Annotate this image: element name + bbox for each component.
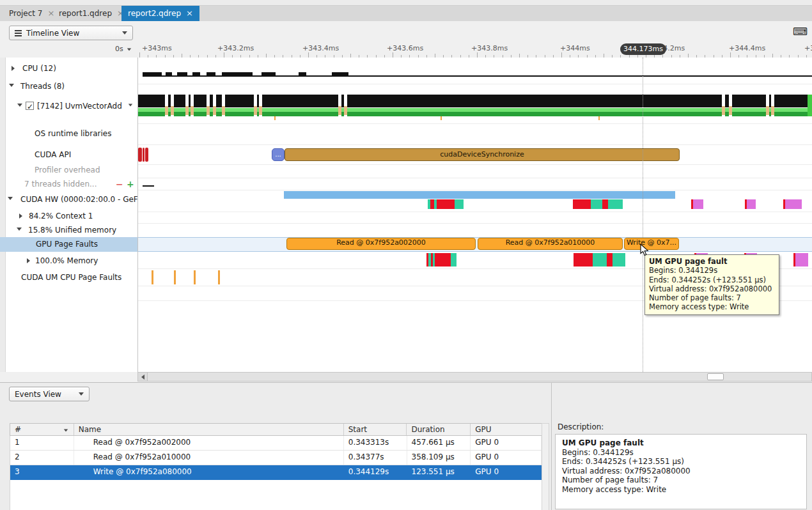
memory-transfer-segment[interactable] bbox=[613, 253, 625, 267]
show-fewer-button[interactable]: − bbox=[116, 177, 123, 191]
ruler-scale: +343ms+343.2ms+343.4ms+343.6ms+343.8ms+3… bbox=[137, 42, 812, 58]
sidebar-item-cuda-hw[interactable]: CUDA HW (0000:02:00.0 - GeF bbox=[0, 192, 137, 206]
memory-transfer-segment[interactable] bbox=[593, 253, 607, 267]
tab-report2-active[interactable]: report2.qdrep× bbox=[121, 6, 199, 21]
event-tooltip: UM GPU page fault Begins: 0.344129sEnds:… bbox=[644, 254, 779, 315]
table-cell: Read @ 0x7f952a002000 bbox=[74, 436, 344, 450]
sidebar-item-memory[interactable]: 100.0% Memory bbox=[0, 254, 137, 268]
expand-arrow-icon[interactable] bbox=[19, 213, 22, 219]
tooltip-line: Begins: 0.344129s bbox=[649, 266, 775, 275]
memory-transfer-segment[interactable] bbox=[451, 253, 457, 267]
sidebar-item-cpu[interactable]: CPU (12) bbox=[0, 61, 137, 75]
sidebar-item-label: [7142] UvmVectorAdd bbox=[37, 99, 122, 113]
thread-activity-bar[interactable] bbox=[138, 95, 812, 107]
cuda-hw-memory-segment[interactable] bbox=[591, 199, 602, 209]
sidebar-item-cuda-api[interactable]: CUDA API bbox=[0, 148, 137, 162]
sidebar-item-gpu-page-faults[interactable]: GPU Page Faults bbox=[0, 237, 137, 252]
cuda-hw-kernel-bar[interactable] bbox=[284, 191, 675, 199]
events-view-dropdown[interactable]: Events View bbox=[9, 387, 90, 401]
table-row[interactable]: 3Write @ 0x7f952a0800000.344129s123.551 … bbox=[10, 465, 542, 480]
timeline-horizontal-scrollbar[interactable] bbox=[137, 372, 812, 382]
column-label: Duration bbox=[411, 425, 444, 434]
sidebar-item-unified-memory[interactable]: 15.8% Unified memory bbox=[0, 223, 137, 237]
collapse-arrow-icon[interactable] bbox=[17, 104, 22, 107]
um-cpu-page-fault-tick[interactable] bbox=[194, 270, 196, 284]
sidebar-item-context1[interactable]: 84.2% Context 1 bbox=[0, 209, 137, 223]
tab-report1[interactable]: report1.qdrep× bbox=[52, 6, 130, 21]
close-icon[interactable]: × bbox=[186, 8, 193, 18]
gpu-page-fault-bar[interactable]: Read @ 0x7f952a002000 bbox=[286, 238, 476, 250]
column-header-duration[interactable]: Duration bbox=[407, 424, 471, 435]
cuda-hw-memory-segment[interactable] bbox=[785, 199, 802, 209]
cuda-hw-memory-segment[interactable] bbox=[437, 199, 455, 209]
table-row[interactable]: 2Read @ 0x7f952a0100000.34377s358.109 µs… bbox=[10, 451, 542, 465]
cuda-hw-memory-segment[interactable] bbox=[608, 199, 623, 209]
expand-arrow-icon[interactable] bbox=[27, 258, 30, 263]
time-ruler[interactable]: 0s +343ms+343.2ms+343.4ms+343.6ms+343.8m… bbox=[0, 42, 812, 58]
column-header-name[interactable]: Name bbox=[74, 424, 344, 435]
ruler-tick-label: +344.4ms bbox=[729, 44, 765, 52]
chevron-down-icon[interactable] bbox=[129, 104, 132, 107]
keyboard-shortcuts-icon[interactable]: ⌨ bbox=[793, 26, 808, 38]
sidebar-item-label: 15.8% Unified memory bbox=[28, 223, 116, 237]
memory-transfer-segment[interactable] bbox=[607, 253, 613, 267]
ruler-tick bbox=[224, 52, 224, 58]
memory-transfer-segment[interactable] bbox=[795, 253, 808, 267]
os-runtime-marker bbox=[213, 106, 216, 115]
cuda-device-synchronize-bar[interactable]: cudaDeviceSynchronize bbox=[285, 148, 680, 161]
column-header-gpu[interactable]: GPU bbox=[471, 424, 542, 435]
cuda-hw-memory-segment[interactable] bbox=[747, 199, 756, 209]
cuda-hw-memory-segment[interactable] bbox=[693, 199, 703, 209]
scroll-left-button[interactable] bbox=[138, 373, 148, 381]
cpu-utilization-peak bbox=[166, 72, 172, 76]
table-row[interactable]: 1Read @ 0x7f952a0020000.343313s457.661 µ… bbox=[10, 436, 542, 451]
table-cell: Read @ 0x7f952a010000 bbox=[74, 451, 344, 465]
memory-transfer-segment[interactable] bbox=[574, 253, 593, 267]
os-runtime-marker bbox=[185, 106, 189, 115]
sidebar-item-label: CUDA HW (0000:02:00.0 - GeF bbox=[20, 192, 137, 206]
column-header-start[interactable]: Start bbox=[344, 424, 407, 435]
cuda-api-call-bar[interactable] bbox=[145, 148, 148, 162]
gpu-page-fault-bar[interactable]: Read @ 0x7f952a010000 bbox=[478, 238, 623, 250]
cuda-hw-memory-segment[interactable] bbox=[573, 199, 591, 209]
column-label: Start bbox=[348, 425, 367, 434]
cuda-hw-memory-segment[interactable] bbox=[455, 199, 464, 209]
mouse-cursor-icon bbox=[640, 243, 650, 259]
chevron-down-icon[interactable] bbox=[127, 49, 131, 51]
os-runtime-marker bbox=[254, 106, 257, 115]
sidebar-item-label: 7 threads hidden... bbox=[24, 177, 97, 191]
collapse-arrow-icon[interactable] bbox=[8, 197, 13, 200]
events-table-vscrollbar[interactable] bbox=[542, 423, 549, 510]
memory-transfer-segment[interactable] bbox=[435, 253, 451, 267]
timeline-tracks[interactable]: ... cudaDeviceSynchronize Read @ 0x7f952… bbox=[137, 58, 812, 372]
cuda-hw-memory-segment[interactable] bbox=[602, 199, 608, 209]
sidebar-item-threads[interactable]: Threads (8) bbox=[0, 79, 137, 93]
timeline-row-tree: CPU (12) Threads (8) [7142] UvmVectorAdd… bbox=[0, 58, 137, 372]
thread-event-tick bbox=[441, 116, 442, 120]
um-cpu-page-fault-tick[interactable] bbox=[152, 270, 153, 284]
um-cpu-page-fault-tick[interactable] bbox=[218, 270, 220, 284]
show-more-button[interactable]: + bbox=[127, 177, 134, 191]
sidebar-item-thread-uvmvectoradd[interactable]: [7142] UvmVectorAdd bbox=[0, 99, 137, 113]
view-selector-dropdown[interactable]: Timeline View bbox=[9, 26, 133, 40]
collapse-arrow-icon[interactable] bbox=[9, 84, 14, 87]
um-cpu-page-fault-tick[interactable] bbox=[174, 270, 176, 284]
cuda-api-call-bar[interactable] bbox=[143, 148, 144, 162]
gpu-page-fault-bar[interactable]: Write @ 0x7... bbox=[624, 238, 679, 250]
cuda-api-collapsed-events-chip[interactable]: ... bbox=[272, 148, 285, 161]
sidebar-item-profiler-overhead[interactable]: Profiler overhead bbox=[0, 163, 137, 177]
expand-arrow-icon[interactable] bbox=[12, 66, 15, 71]
cuda-api-call-bar[interactable] bbox=[138, 148, 142, 162]
thread-checkbox[interactable] bbox=[26, 102, 34, 110]
table-cell: 2 bbox=[10, 451, 74, 465]
scrollbar-thumb[interactable] bbox=[707, 373, 724, 380]
sidebar-item-um-cpu-page-faults[interactable]: CUDA UM CPU Page Faults bbox=[0, 270, 137, 284]
tab-bar: Project 7× report1.qdrep× report2.qdrep× bbox=[0, 0, 812, 21]
collapse-arrow-icon[interactable] bbox=[17, 228, 22, 231]
sidebar-item-threads-hidden[interactable]: 7 threads hidden... − + bbox=[0, 177, 137, 191]
sidebar-item-os-runtime[interactable]: OS runtime libraries bbox=[0, 127, 137, 141]
table-cell: 0.343313s bbox=[344, 436, 407, 450]
description-line: Memory access type: Write bbox=[562, 485, 800, 495]
cpu-utilization-peak bbox=[143, 72, 162, 76]
column-header-num[interactable]: # bbox=[10, 424, 74, 435]
